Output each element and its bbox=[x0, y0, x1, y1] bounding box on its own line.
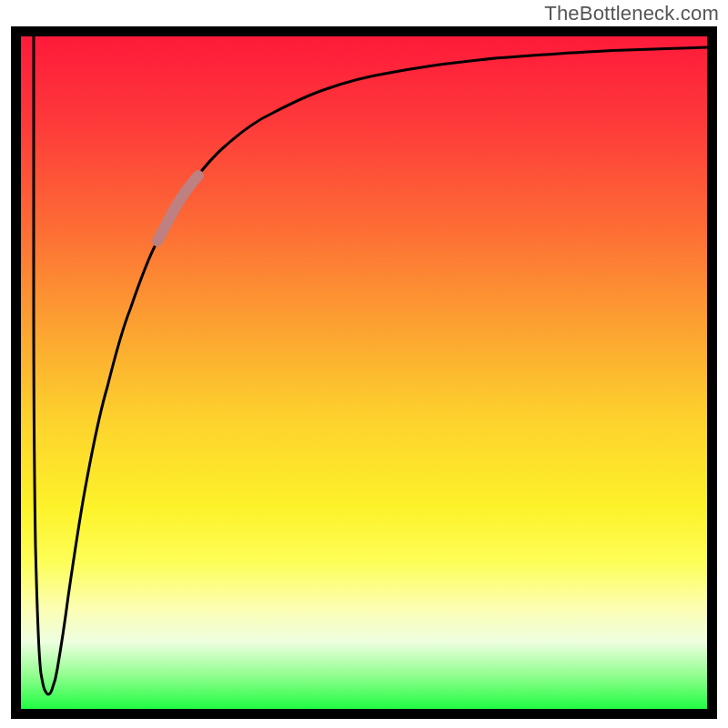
curve-highlight-segment bbox=[157, 176, 198, 241]
watermark-text: TheBottleneck.com bbox=[544, 2, 719, 25]
chart-frame bbox=[11, 26, 717, 719]
curve-plot bbox=[21, 36, 707, 709]
bottleneck-curve bbox=[34, 36, 707, 694]
